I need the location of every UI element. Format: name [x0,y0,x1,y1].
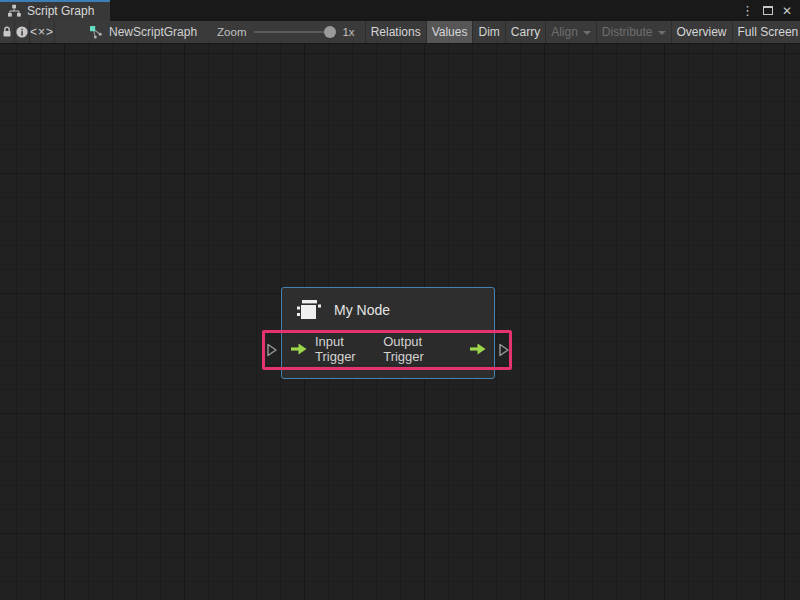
relations-label: Relations [371,25,421,39]
graph-name-label: NewScriptGraph [109,25,197,39]
input-trigger-label: Input Trigger [315,334,383,364]
distribute-label: Distribute [602,25,653,39]
lock-button[interactable] [0,21,15,43]
node-header[interactable]: My Node [282,288,494,332]
overview-label: Overview [677,25,727,39]
node-ports-row: Input Trigger Output Trigger [282,332,494,366]
distribute-dropdown[interactable]: Distribute [596,21,671,43]
graph-name-breadcrumb[interactable]: NewScriptGraph [79,21,207,43]
zoom-slider-handle[interactable] [324,26,336,38]
output-trigger-port[interactable]: Output Trigger [383,334,486,364]
active-tab-accent [0,0,110,2]
tab-script-graph[interactable]: Script Graph [0,0,110,21]
overview-button[interactable]: Overview [671,21,732,43]
code-brackets-icon: <×> [30,25,54,39]
align-label: Align [551,25,578,39]
graph-canvas[interactable]: My Node Input Trigger Output Trigger [0,44,800,600]
input-trigger-port[interactable]: Input Trigger [290,334,383,364]
chevron-down-icon [583,31,591,35]
dim-button[interactable]: Dim [472,21,504,43]
script-graph-window: Script Graph ⋮ ✕ [0,0,800,600]
input-port-connector-icon[interactable] [266,343,278,357]
lock-icon [0,25,14,39]
close-icon[interactable]: ✕ [782,5,792,17]
chevron-down-icon [658,31,666,35]
code-preview-button[interactable]: <×> [30,21,55,43]
info-button[interactable] [15,21,30,43]
script-graph-asset-icon [89,25,103,39]
relations-button[interactable]: Relations [365,21,426,43]
unit-node-icon [294,296,324,324]
graph-hierarchy-icon [7,4,21,18]
full-screen-button[interactable]: Full Screen [732,21,800,43]
full-screen-label: Full Screen [738,25,799,39]
node-title: My Node [334,302,390,318]
output-trigger-label: Output Trigger [383,334,461,364]
dim-label: Dim [478,25,499,39]
align-dropdown[interactable]: Align [545,21,596,43]
tab-bar: Script Graph ⋮ ✕ [0,0,800,21]
values-label: Values [432,25,468,39]
node-my-node[interactable]: My Node Input Trigger Output Trigger [281,287,495,379]
carry-label: Carry [511,25,540,39]
zoom-label: Zoom [217,26,246,38]
zoom-control: Zoom 1x [207,21,365,43]
trigger-arrow-icon [290,343,307,355]
zoom-slider[interactable] [254,31,334,33]
toolbar-toggle-group: Relations Values Dim Carry Align Distrib… [365,21,800,43]
tab-title: Script Graph [27,4,94,18]
trigger-arrow-icon [469,343,486,355]
maximize-icon[interactable] [763,6,773,15]
info-icon [15,25,29,39]
more-menu-icon[interactable]: ⋮ [741,4,754,17]
graph-toolbar: <×> NewScriptGraph Zoom 1x Relation [0,21,800,44]
node-footer [282,366,494,378]
window-controls: ⋮ ✕ [741,0,800,21]
output-port-connector-icon[interactable] [498,343,510,357]
carry-button[interactable]: Carry [505,21,545,43]
zoom-value: 1x [342,26,354,38]
values-button[interactable]: Values [426,21,473,43]
